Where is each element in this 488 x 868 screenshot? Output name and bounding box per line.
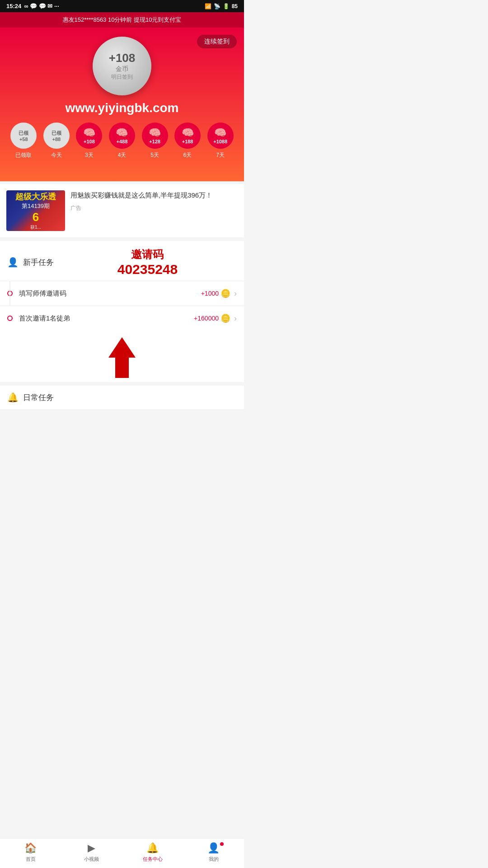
notification-text: 惠友152****8563 10分钟前 提现10元到支付宝 xyxy=(63,16,182,23)
signin-circle-7: 🧠 +1088 xyxy=(207,123,234,149)
task-item-2[interactable]: 首次邀请1名徒弟 +160000 🪙 › xyxy=(0,306,244,330)
ad-title: 用魅族买彩赚钱就是这么简单,半年提现396万！ xyxy=(70,190,238,201)
coin-amount: +108 xyxy=(109,51,136,65)
signin-day-3[interactable]: 🧠 +108 3天 xyxy=(76,123,102,159)
person-icon: 👤 xyxy=(7,257,19,268)
arrow-section xyxy=(0,330,244,382)
task-dot-2 xyxy=(7,316,13,321)
coin-circle: +108 金币 明日签到 xyxy=(93,37,151,95)
status-right: 📶 📡 🔋 85 xyxy=(205,3,238,9)
bell-icon: 🔔 xyxy=(7,392,19,403)
signin-day-6[interactable]: 🧠 +188 6天 xyxy=(174,123,201,159)
ad-image: 超级大乐透 第14139期 6 获1... xyxy=(6,190,65,231)
chevron-icon-2: › xyxy=(234,314,237,323)
signin-day-1[interactable]: 已领 +58 已领取 xyxy=(10,123,37,159)
ad-tag: 广告 xyxy=(70,204,238,212)
status-icons: ∞ 💬 💬 ✉ ··· xyxy=(24,3,59,9)
daily-header: 🔔 日常任务 xyxy=(0,386,244,409)
signin-day-4[interactable]: 🧠 +488 4天 xyxy=(109,123,135,159)
task-text-2: 首次邀请1名徒弟 xyxy=(19,314,194,323)
tasks-section: 👤 新手任务 邀请码 40235248 填写师傅邀请码 +1000 🪙 › xyxy=(0,241,244,330)
task-item-1[interactable]: 填写师傅邀请码 +1000 🪙 › xyxy=(0,281,244,306)
chevron-icon-1: › xyxy=(234,289,237,298)
tasks-section-title: 新手任务 xyxy=(23,257,54,268)
tasks-list: 填写师傅邀请码 +1000 🪙 › 首次邀请1名徒弟 +160000 🪙 › xyxy=(0,281,244,330)
invite-code: 40235248 xyxy=(117,262,178,277)
ad-content: 用魅族买彩赚钱就是这么简单,半年提现396万！ 广告 xyxy=(70,190,238,212)
continuous-signin-button[interactable]: 连续签到 xyxy=(197,35,237,48)
coin-icon-2: 🪙 xyxy=(221,313,230,323)
task-reward-2: +160000 🪙 xyxy=(194,313,230,323)
signin-circle-4: 🧠 +488 xyxy=(109,123,135,149)
status-bar: 15:24 ∞ 💬 💬 ✉ ··· 📶 📡 🔋 85 xyxy=(0,0,244,12)
notification-bar: 惠友152****8563 10分钟前 提现10元到支付宝 xyxy=(0,12,244,28)
reward-amount-2: +160000 xyxy=(194,315,219,322)
signin-days: 已领 +58 已领取 已领 +88 今天 🧠 +108 3天 xyxy=(7,123,237,165)
signal-icon: 📡 xyxy=(214,3,221,9)
daily-tasks-title: 日常任务 xyxy=(23,392,54,403)
battery-level: 85 xyxy=(232,3,238,9)
signin-circle-2: 已领 +88 xyxy=(43,123,70,149)
task-text-1: 填写师傅邀请码 xyxy=(19,289,201,298)
signin-circle-6: 🧠 +188 xyxy=(174,123,201,149)
status-time: 15:24 xyxy=(6,3,21,9)
invite-label: 邀请码 xyxy=(117,247,178,262)
wifi-icon: 📶 xyxy=(205,3,211,9)
svg-marker-0 xyxy=(108,337,136,378)
daily-tasks-section: 🔔 日常任务 xyxy=(0,386,244,409)
battery-icon: 🔋 xyxy=(223,3,230,9)
tasks-header: 👤 新手任务 邀请码 40235248 xyxy=(0,241,244,281)
signin-circle-1: 已领 +58 xyxy=(10,123,37,149)
task-connector-line xyxy=(9,281,10,306)
status-left: 15:24 ∞ 💬 💬 ✉ ··· xyxy=(6,3,59,9)
coin-unit: 金币 xyxy=(116,65,128,73)
coin-sub: 明日签到 xyxy=(111,73,133,81)
signin-day-2[interactable]: 已领 +88 今天 xyxy=(43,123,70,159)
website-label: www.yiyingbk.com xyxy=(7,101,237,115)
coin-icon-1: 🪙 xyxy=(221,288,230,298)
hero-section: 连续签到 +108 金币 明日签到 www.yiyingbk.com 已领 +5… xyxy=(0,28,244,181)
signin-circle-5: 🧠 +128 xyxy=(142,123,168,149)
signin-circle-3: 🧠 +108 xyxy=(76,123,102,149)
ad-section[interactable]: 超级大乐透 第14139期 6 获1... 用魅族买彩赚钱就是这么简单,半年提现… xyxy=(0,184,244,237)
reward-amount-1: +1000 xyxy=(201,290,219,297)
signin-day-7[interactable]: 🧠 +1088 7天 xyxy=(207,123,234,159)
signin-day-5[interactable]: 🧠 +128 5天 xyxy=(142,123,168,159)
task-reward-1: +1000 🪙 xyxy=(201,288,230,298)
big-arrow-icon xyxy=(104,335,140,380)
